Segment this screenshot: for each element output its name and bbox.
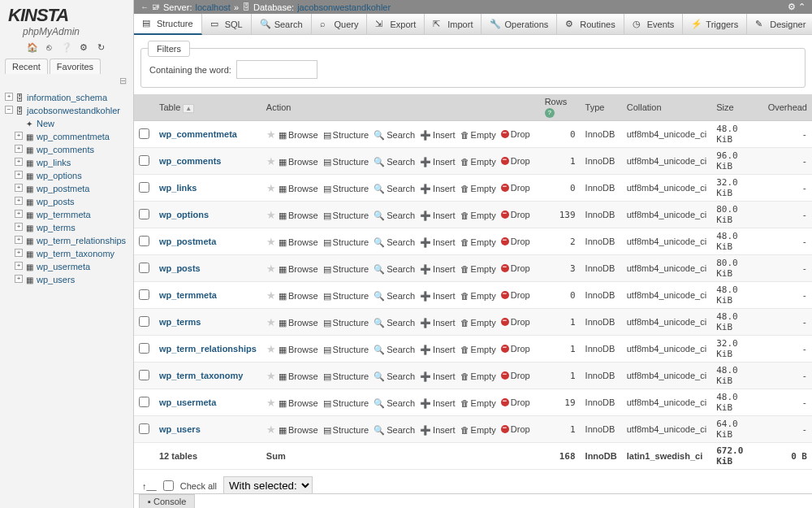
browse-link[interactable]: ▦Browse — [279, 237, 318, 248]
insert-link[interactable]: ➕Insert — [420, 345, 456, 355]
tab-recent[interactable]: Recent — [5, 59, 48, 74]
row-checkbox[interactable] — [139, 343, 149, 354]
tree-db[interactable]: +🗄 information_schema — [3, 91, 133, 104]
search-link[interactable]: 🔍Search — [374, 371, 415, 382]
search-link[interactable]: 🔍Search — [374, 130, 415, 141]
drop-link[interactable]: Drop — [501, 344, 530, 354]
browse-link[interactable]: ▦Browse — [279, 184, 318, 194]
th-table[interactable]: Table ▲ — [154, 94, 261, 121]
expand-icon[interactable]: + — [15, 132, 23, 140]
tab-import[interactable]: ⇱Import — [425, 14, 482, 34]
search-link[interactable]: 🔍Search — [374, 237, 415, 248]
structure-link[interactable]: ▤Structure — [323, 425, 369, 436]
browse-link[interactable]: ▦Browse — [279, 398, 318, 409]
expand-icon[interactable]: + — [15, 249, 23, 257]
search-link[interactable]: 🔍Search — [374, 425, 415, 436]
drop-link[interactable]: Drop — [501, 237, 530, 246]
star-icon[interactable]: ★ — [266, 370, 276, 382]
nav-back-icon[interactable]: ← — [140, 2, 149, 11]
row-checkbox[interactable] — [139, 263, 149, 273]
server-link[interactable]: localhost — [195, 2, 230, 12]
expand-icon[interactable]: + — [15, 197, 23, 205]
row-checkbox[interactable] — [139, 316, 149, 327]
star-icon[interactable]: ★ — [266, 289, 276, 302]
structure-link[interactable]: ▤Structure — [323, 211, 369, 221]
search-link[interactable]: 🔍Search — [374, 398, 415, 409]
drop-link[interactable]: Drop — [501, 424, 530, 434]
row-checkbox[interactable] — [139, 423, 149, 434]
structure-link[interactable]: ▤Structure — [323, 371, 369, 382]
tab-favorites[interactable]: Favorites — [50, 59, 101, 74]
tree-table[interactable]: +▦ wp_postmeta — [3, 182, 133, 195]
table-name-link[interactable]: wp_users — [159, 424, 201, 434]
star-icon[interactable]: ★ — [266, 423, 276, 436]
structure-link[interactable]: ▤Structure — [323, 157, 369, 167]
insert-link[interactable]: ➕Insert — [420, 184, 456, 194]
expand-icon[interactable]: + — [15, 158, 23, 166]
empty-link[interactable]: 🗑Empty — [460, 184, 496, 193]
row-checkbox[interactable] — [139, 155, 149, 166]
browse-link[interactable]: ▦Browse — [279, 130, 318, 141]
reload-icon[interactable]: ↻ — [95, 42, 106, 54]
browse-link[interactable]: ▦Browse — [279, 264, 318, 275]
drop-link[interactable]: Drop — [501, 156, 530, 166]
tab-query[interactable]: ⌕Query — [312, 14, 368, 34]
tree-new[interactable]: ✦ New — [3, 117, 133, 130]
drop-link[interactable]: Drop — [501, 371, 530, 380]
empty-link[interactable]: 🗑Empty — [460, 211, 496, 220]
search-link[interactable]: 🔍Search — [374, 291, 415, 302]
structure-link[interactable]: ▤Structure — [323, 184, 369, 194]
table-name-link[interactable]: wp_posts — [159, 263, 201, 273]
star-icon[interactable]: ★ — [266, 128, 276, 141]
insert-link[interactable]: ➕Insert — [420, 264, 456, 275]
insert-link[interactable]: ➕Insert — [420, 318, 456, 328]
browse-link[interactable]: ▦Browse — [279, 345, 318, 355]
tab-events[interactable]: ◷Events — [624, 14, 684, 34]
star-icon[interactable]: ★ — [266, 182, 276, 194]
expand-icon[interactable]: − — [5, 106, 13, 114]
gear-icon[interactable]: ⚙ — [788, 2, 796, 11]
docs-icon[interactable]: ❔ — [61, 42, 72, 54]
empty-link[interactable]: 🗑Empty — [460, 345, 496, 354]
tree-db[interactable]: −🗄 jacobsonwestandkohler — [3, 104, 133, 117]
th-size[interactable]: Size — [711, 94, 763, 121]
star-icon[interactable]: ★ — [266, 397, 276, 409]
row-checkbox[interactable] — [139, 289, 149, 300]
tree-table[interactable]: +▦ wp_commentmeta — [3, 130, 133, 143]
tab-routines[interactable]: ⚙Routines — [557, 14, 624, 34]
browse-link[interactable]: ▦Browse — [279, 157, 318, 167]
db-link[interactable]: jacobsonwestandkohler — [297, 2, 391, 12]
tree-table[interactable]: +▦ wp_termmeta — [3, 208, 133, 221]
tab-designer[interactable]: ✎Designer — [747, 14, 812, 34]
console-tab[interactable]: ▪ Console — [139, 494, 195, 508]
collapse-icon[interactable]: ⊟ — [0, 74, 133, 88]
th-rows[interactable]: Rows ? — [540, 94, 581, 121]
empty-link[interactable]: 🗑Empty — [460, 318, 496, 328]
insert-link[interactable]: ➕Insert — [420, 211, 456, 221]
empty-link[interactable]: 🗑Empty — [460, 130, 496, 140]
structure-link[interactable]: ▤Structure — [323, 237, 369, 248]
tab-export[interactable]: ⇲Export — [367, 14, 425, 34]
tab-triggers[interactable]: ⚡Triggers — [683, 14, 747, 34]
browse-link[interactable]: ▦Browse — [279, 211, 318, 221]
row-checkbox[interactable] — [139, 397, 149, 407]
insert-link[interactable]: ➕Insert — [420, 237, 456, 248]
star-icon[interactable]: ★ — [266, 155, 276, 167]
expand-icon[interactable]: + — [15, 184, 23, 192]
empty-link[interactable]: 🗑Empty — [460, 157, 496, 167]
star-icon[interactable]: ★ — [266, 263, 276, 275]
insert-link[interactable]: ➕Insert — [420, 371, 456, 382]
expand-icon[interactable]: + — [15, 236, 23, 244]
star-icon[interactable]: ★ — [266, 343, 276, 355]
empty-link[interactable]: 🗑Empty — [460, 291, 496, 301]
check-all-label[interactable]: Check all — [180, 481, 217, 491]
expand-icon[interactable]: + — [5, 93, 13, 101]
row-checkbox[interactable] — [139, 236, 149, 246]
expand-icon[interactable]: + — [15, 262, 23, 270]
tree-table[interactable]: +▦ wp_comments — [3, 143, 133, 156]
expand-icon[interactable]: + — [15, 145, 23, 153]
table-name-link[interactable]: wp_options — [159, 210, 209, 219]
search-link[interactable]: 🔍Search — [374, 264, 415, 275]
search-link[interactable]: 🔍Search — [374, 345, 415, 355]
insert-link[interactable]: ➕Insert — [420, 398, 456, 409]
